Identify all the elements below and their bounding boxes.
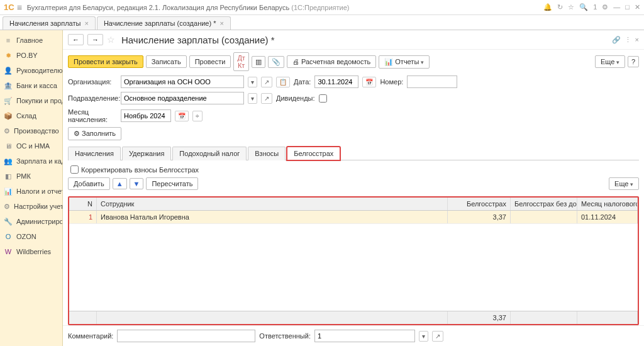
dt-kt-icon[interactable]: ДтКт <box>233 52 249 71</box>
dept-label: Подразделение: <box>68 94 117 102</box>
attach-icon[interactable]: 📎 <box>268 56 284 68</box>
sidebar-icon: 👥 <box>4 157 13 165</box>
sidebar-item[interactable]: 👤Руководителю <box>0 63 62 78</box>
sidebar-label: Налоги и отчетность <box>16 187 62 195</box>
structure-icon[interactable]: ▥ <box>252 56 265 68</box>
th-belgosstrakh[interactable]: Белгосстрах <box>448 198 511 210</box>
app-title: Бухгалтерия для Беларуси, редакция 2.1. … <box>27 4 543 11</box>
post-button[interactable]: Провести <box>189 55 231 68</box>
belgosstrakh-table: N Сотрудник Белгосстрах Белгосстрах без … <box>68 196 639 325</box>
fill-button[interactable]: ⚙ Заполнить <box>68 127 121 140</box>
month-input[interactable] <box>121 109 171 122</box>
comment-input[interactable] <box>117 330 255 342</box>
th-employee[interactable]: Сотрудник <box>97 198 448 210</box>
subtab-income-tax[interactable]: Подоходный налог <box>172 147 247 160</box>
recalc-button[interactable]: Пересчитать <box>146 177 198 190</box>
titlebar: 1С ≡ Бухгалтерия для Беларуси, редакция … <box>0 0 644 15</box>
sidebar-label: Руководителю <box>16 67 62 74</box>
calendar-icon[interactable]: 📋 <box>276 77 290 87</box>
close-page-icon[interactable]: × <box>635 36 639 43</box>
dividends-checkbox[interactable] <box>319 94 327 103</box>
org-input[interactable] <box>121 75 244 88</box>
sidebar-item[interactable]: ⚙Настройки учета <box>0 199 62 214</box>
more-icon[interactable]: ⋮ <box>625 36 631 44</box>
cell-b2 <box>511 211 577 223</box>
bell-icon[interactable]: 🔔 <box>543 3 552 11</box>
move-down-button[interactable]: ▼ <box>130 178 144 189</box>
spinner-icon[interactable]: ÷ <box>192 111 203 121</box>
open-icon[interactable]: ↗ <box>261 77 272 87</box>
calendar-picker-icon[interactable]: 📅 <box>362 77 376 87</box>
subtab-accruals[interactable]: Начисления <box>68 147 121 160</box>
tab-payroll-create[interactable]: Начисление зарплаты (создание) *× <box>97 16 231 30</box>
date-input[interactable] <box>314 75 358 88</box>
dropdown-icon[interactable]: ▾ <box>419 331 428 342</box>
help-button[interactable]: ? <box>628 56 639 67</box>
reports-button[interactable]: 📊 Отчеты <box>379 55 430 69</box>
save-button[interactable]: Записать <box>146 55 187 68</box>
number-input[interactable] <box>407 75 457 88</box>
close-icon[interactable]: × <box>84 20 88 27</box>
cell-b1: 3,37 <box>448 211 511 223</box>
star-icon[interactable]: ☆ <box>568 3 574 11</box>
more-button[interactable]: Еще <box>595 55 625 68</box>
sidebar-item[interactable]: 🖥ОС и НМА <box>0 138 62 153</box>
bottom-bar: Комментарий: Ответственный: ▾ ↗ <box>63 325 644 346</box>
sidebar-item[interactable]: ⚙Производство <box>0 123 62 138</box>
sidebar-item[interactable]: OOZON <box>0 229 62 244</box>
dropdown-icon[interactable]: ▾ <box>248 77 257 87</box>
open-icon[interactable]: ↗ <box>432 331 443 342</box>
settings-icon[interactable]: ⚙ <box>602 3 608 11</box>
cell-employee: Иванова Наталья Игоревна <box>97 211 448 223</box>
favorite-icon[interactable]: ☆ <box>107 35 115 45</box>
maximize-icon[interactable]: □ <box>625 3 630 11</box>
search-icon[interactable]: 🔍 <box>579 3 588 11</box>
nav-back-button[interactable]: ← <box>68 34 84 45</box>
sidebar-item[interactable]: 🔧Администрирование <box>0 214 62 229</box>
sidebar-item[interactable]: 📊Налоги и отчетность <box>0 184 62 199</box>
subtab-belgosstrakh[interactable]: Белгосстрах <box>287 147 340 160</box>
sidebar-label: Покупки и продажи <box>16 97 62 104</box>
responsible-input[interactable] <box>314 330 415 342</box>
close-icon[interactable]: × <box>220 20 224 27</box>
sidebar-label: Склад <box>16 112 36 120</box>
sidebar-item[interactable]: ≡Главное <box>0 33 62 48</box>
main-toolbar: Провести и закрыть Записать Провести ДтК… <box>63 50 644 74</box>
menu-icon[interactable]: ≡ <box>17 3 22 13</box>
tab-payroll-list[interactable]: Начисления зарплаты× <box>3 16 96 30</box>
add-button[interactable]: Добавить <box>68 177 110 190</box>
user-icon[interactable]: 1 <box>593 3 597 11</box>
nav-forward-button[interactable]: → <box>87 34 103 45</box>
calendar-picker-icon[interactable]: 📅 <box>175 111 189 121</box>
history-icon[interactable]: ↻ <box>557 3 563 11</box>
cell-n: 1 <box>69 211 97 223</box>
open-icon[interactable]: ↗ <box>261 93 272 104</box>
footer-b1: 3,37 <box>448 311 511 324</box>
subtab-deductions[interactable]: Удержания <box>122 147 171 160</box>
th-n[interactable]: N <box>69 198 97 210</box>
move-up-button[interactable]: ▲ <box>113 178 127 189</box>
close-icon[interactable]: ✕ <box>635 3 640 11</box>
sidebar-item[interactable]: ◧РМК <box>0 169 62 184</box>
minimize-icon[interactable]: — <box>613 3 620 11</box>
sidebar-item[interactable]: 👥Зарплата и кадры <box>0 153 62 169</box>
table-row[interactable]: 1 Иванова Наталья Игоревна 3,37 01.11.20… <box>69 211 638 224</box>
sidebar-item[interactable]: 🛒Покупки и продажи <box>0 93 62 108</box>
sidebar-item[interactable]: ✹PO.BY <box>0 48 62 63</box>
th-tax-month[interactable]: Месяц налогового периода <box>577 198 638 210</box>
link-icon[interactable]: 🔗 <box>612 36 621 44</box>
payroll-sheet-button[interactable]: 🖨 Расчетная ведомость <box>287 55 376 68</box>
dept-input[interactable] <box>121 92 244 104</box>
correct-checkbox[interactable] <box>70 165 79 174</box>
sidebar-label: PO.BY <box>16 52 38 59</box>
titlebar-actions: 🔔 ↻ ☆ 🔍 1 ⚙ — □ ✕ <box>543 3 640 11</box>
sidebar-item[interactable]: WWildberries <box>0 244 62 259</box>
post-and-close-button[interactable]: Провести и закрыть <box>68 55 143 68</box>
panel-more-button[interactable]: Еще <box>609 177 639 190</box>
th-belgosstrakh-no-extra[interactable]: Белгосстрах без доплаты <box>511 198 577 210</box>
correct-label: Корректировать взносы Белгосстрах <box>81 166 199 174</box>
dropdown-icon[interactable]: ▾ <box>248 93 257 104</box>
subtab-contributions[interactable]: Взносы <box>248 147 286 160</box>
sidebar-item[interactable]: 🏦Банк и касса <box>0 78 62 93</box>
sidebar-item[interactable]: 📦Склад <box>0 108 62 123</box>
